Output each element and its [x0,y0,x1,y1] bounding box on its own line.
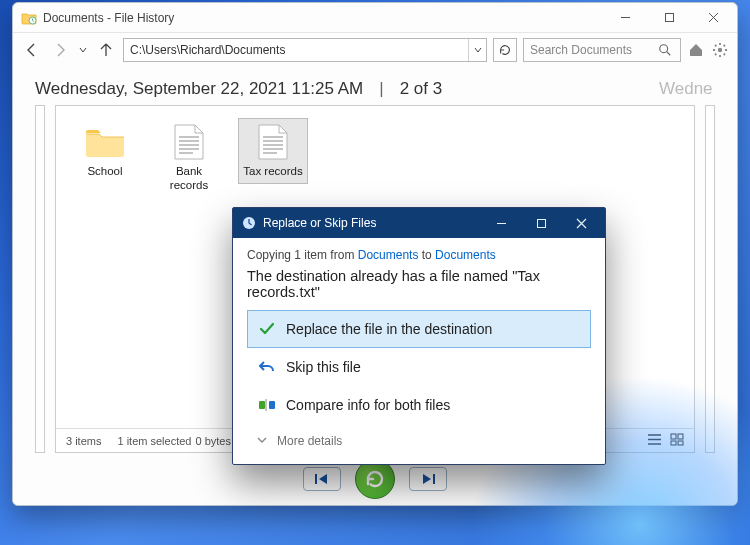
compare-icon [258,396,276,414]
undo-icon [258,358,276,376]
svg-rect-19 [671,441,676,445]
folder-history-icon [21,10,37,26]
svg-rect-26 [269,401,275,409]
dialog-titlebar: Replace or Skip Files [233,208,605,238]
svg-rect-1 [665,14,673,22]
close-button[interactable] [691,4,735,32]
status-selected: 1 item selected [117,435,191,447]
more-details-label: More details [277,434,342,448]
more-details-toggle[interactable]: More details [247,424,591,452]
svg-rect-21 [315,474,317,484]
dialog-maximize-button[interactable] [521,210,561,236]
folder-item-school[interactable]: School [70,118,140,184]
window-controls [603,4,735,32]
forward-button[interactable] [49,39,71,61]
svg-rect-18 [678,434,683,439]
next-version-button[interactable] [409,467,447,491]
gear-icon[interactable] [711,41,729,59]
option-skip[interactable]: Skip this file [247,348,591,386]
list-view-icon[interactable] [647,433,662,448]
minimize-button[interactable] [603,4,647,32]
dialog-caption: Copying 1 item from Documents to Documen… [247,248,591,262]
toolbar: C:\Users\Richard\Documents Search Docume… [13,33,737,67]
svg-rect-25 [259,401,265,409]
address-bar[interactable]: C:\Users\Richard\Documents [123,38,487,62]
restore-button[interactable] [355,459,395,499]
source-link[interactable]: Documents [358,248,419,262]
file-item-bank-records[interactable]: Bank records [154,118,224,198]
option-label: Replace the file in the destination [286,321,492,337]
chevron-down-icon [257,434,267,448]
check-icon [258,320,276,338]
timeline-next-preview: Wedne [659,79,715,99]
text-file-icon [251,123,295,161]
option-compare[interactable]: Compare info for both files [247,386,591,424]
back-button[interactable] [21,39,43,61]
timeline-sep: | [379,79,383,99]
folder-icon [83,123,127,161]
text-file-icon [167,123,211,161]
search-icon [656,41,674,59]
next-version-pane[interactable] [705,105,715,453]
dialog-body: Copying 1 item from Documents to Documen… [233,238,605,464]
status-size: 0 bytes [195,435,230,447]
option-label: Compare info for both files [286,397,450,413]
search-placeholder: Search Documents [530,43,632,57]
destination-link[interactable]: Documents [435,248,496,262]
replace-skip-dialog: Replace or Skip Files Copying 1 item fro… [232,207,606,465]
file-item-tax-records[interactable]: Tax records [238,118,308,184]
address-input[interactable]: C:\Users\Richard\Documents [124,43,468,57]
dialog-message: The destination already has a file named… [247,268,591,300]
svg-rect-24 [537,219,545,227]
home-icon[interactable] [687,41,705,59]
address-dropdown[interactable] [468,39,486,61]
prev-version-button[interactable] [303,467,341,491]
timeline-counter: 2 of 3 [400,79,443,99]
dialog-title: Replace or Skip Files [263,216,376,230]
grid-view-icon[interactable] [670,433,684,448]
file-label: School [87,165,122,179]
file-label: Bank records [157,165,221,193]
file-label: Tax records [243,165,302,179]
svg-rect-20 [678,441,683,445]
svg-point-2 [660,45,668,53]
window-title: Documents - File History [43,11,174,25]
titlebar: Documents - File History [13,3,737,33]
timeline-header: Wednesday, September 22, 2021 11:25 AM |… [13,67,737,105]
up-button[interactable] [95,39,117,61]
refresh-button[interactable] [493,38,517,62]
svg-point-3 [718,48,722,52]
prev-version-pane[interactable] [35,105,45,453]
copy-progress-icon [241,215,257,231]
dialog-minimize-button[interactable] [481,210,521,236]
recent-dropdown[interactable] [77,39,89,61]
svg-rect-17 [671,434,676,439]
dialog-close-button[interactable] [561,210,601,236]
option-label: Skip this file [286,359,361,375]
svg-rect-22 [433,474,435,484]
search-box[interactable]: Search Documents [523,38,681,62]
maximize-button[interactable] [647,4,691,32]
option-replace[interactable]: Replace the file in the destination [247,310,591,348]
timeline-date: Wednesday, September 22, 2021 11:25 AM [35,79,363,99]
status-items: 3 items [66,435,101,447]
